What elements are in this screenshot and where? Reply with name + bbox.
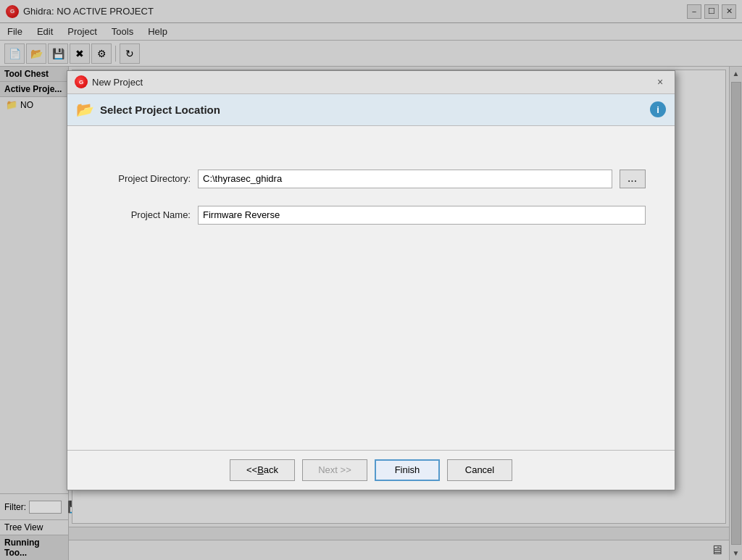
new-project-dialog: G New Project × 📂 Select Project Locatio… [67,70,675,490]
back-underline: B [257,464,264,475]
project-directory-row: Project Directory: ... [96,170,646,188]
modal-overlay: G New Project × 📂 Select Project Locatio… [0,0,742,560]
dialog-header-left: 📂 Select Project Location [76,101,220,118]
main-window: G Ghidra: NO ACTIVE PROJECT − ☐ ✕ File E… [0,0,742,560]
project-directory-input[interactable] [198,170,612,188]
info-icon[interactable]: i [650,101,666,117]
project-name-row: Project Name: [96,206,646,225]
project-name-label: Project Name: [96,209,191,220]
dialog-body: Project Directory: ... Project Name: [67,126,675,450]
header-folder-icon: 📂 [76,101,94,118]
dialog-app-icon: G [75,75,88,88]
dialog-title-left: G New Project [75,75,143,88]
browse-button[interactable]: ... [620,170,646,188]
cancel-button[interactable]: Cancel [447,459,512,481]
project-name-input[interactable] [198,206,646,225]
dialog-close-button[interactable]: × [653,75,667,89]
dialog-header-title: Select Project Location [100,104,220,116]
next-button[interactable]: Next >> [302,459,367,481]
back-button[interactable]: << Back [230,459,295,481]
dialog-header-band: 📂 Select Project Location i [67,94,675,126]
dialog-title-text: New Project [92,77,143,88]
dialog-footer: << Back Next >> Finish Cancel [67,450,675,490]
finish-button[interactable]: Finish [375,459,440,481]
dialog-title-bar: G New Project × [67,71,675,94]
project-directory-label: Project Directory: [96,173,191,184]
